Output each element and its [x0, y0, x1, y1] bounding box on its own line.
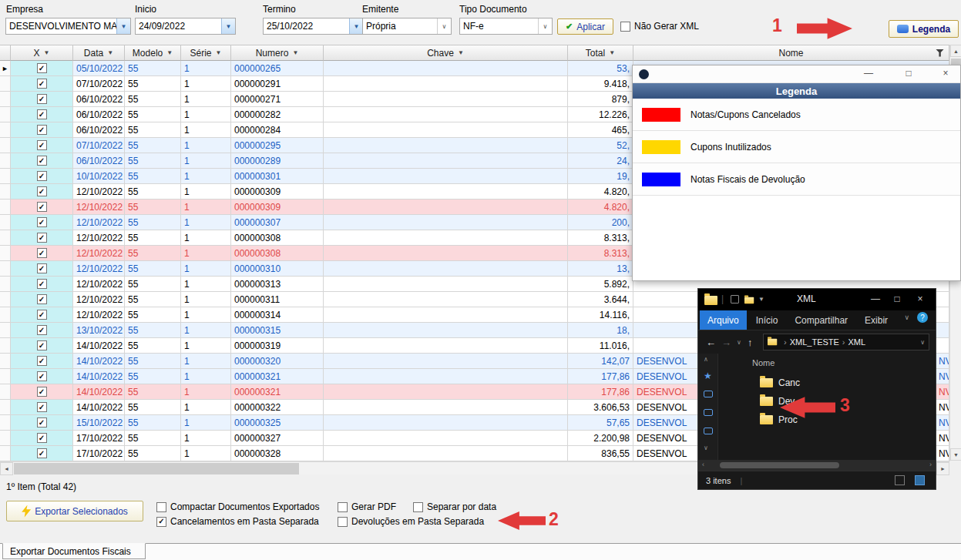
- row-checkbox[interactable]: ✓: [37, 94, 47, 104]
- header-select-all[interactable]: X▼: [11, 45, 73, 61]
- chevron-down-icon[interactable]: ▼: [292, 49, 298, 56]
- row-checkbox[interactable]: ✓: [37, 171, 47, 181]
- row-checkbox[interactable]: ✓: [37, 294, 47, 304]
- folder-item[interactable]: Proc: [718, 411, 936, 429]
- header-modelo[interactable]: Modelo▼: [125, 45, 181, 61]
- row-checkbox[interactable]: ✓: [37, 433, 47, 443]
- separar-por-data-checkbox[interactable]: Separar por data: [413, 501, 496, 512]
- chevron-down-icon[interactable]: ∨: [704, 444, 708, 451]
- row-select-cell[interactable]: ✓: [11, 184, 73, 200]
- row-checkbox[interactable]: ✓: [37, 417, 47, 428]
- scroll-left-icon[interactable]: ◄: [0, 462, 13, 475]
- row-checkbox[interactable]: ✓: [37, 279, 47, 289]
- ribbon-tab-1[interactable]: Início: [748, 310, 786, 330]
- chevron-up-icon[interactable]: ∧: [704, 356, 708, 363]
- row-checkbox[interactable]: ✓: [37, 356, 47, 366]
- exportar-selecionados-button[interactable]: Exportar Selecionados: [6, 501, 143, 521]
- row-select-cell[interactable]: ✓: [11, 261, 73, 277]
- header-numero[interactable]: Numero▼: [231, 45, 324, 61]
- up-icon[interactable]: ↑: [748, 337, 753, 348]
- scroll-left-icon[interactable]: ‹: [702, 461, 704, 468]
- minimize-icon[interactable]: —: [869, 293, 882, 304]
- ribbon-expand-chevron-icon[interactable]: ∨: [904, 314, 909, 321]
- chevron-down-icon[interactable]: ▼: [216, 49, 222, 56]
- scroll-down-icon[interactable]: ▼: [950, 448, 961, 461]
- quick-access-star-icon[interactable]: ★: [704, 371, 712, 381]
- emitente-select[interactable]: Própria ∨: [362, 18, 452, 35]
- row-checkbox[interactable]: ✓: [37, 217, 47, 227]
- tipo-documento-select[interactable]: NF-e ∨: [459, 18, 553, 35]
- row-checkbox[interactable]: ✓: [37, 248, 47, 258]
- chevron-down-icon[interactable]: ▼: [458, 49, 464, 56]
- chevron-down-icon[interactable]: ∨: [437, 18, 451, 34]
- close-icon[interactable]: ×: [914, 293, 926, 304]
- termino-date-picker[interactable]: 25/10/2022 ▼: [263, 18, 364, 35]
- row-select-cell[interactable]: ✓: [11, 61, 73, 76]
- chevron-down-icon[interactable]: ▼: [116, 18, 130, 34]
- row-select-cell[interactable]: ✓: [11, 354, 73, 369]
- large-icons-view-icon[interactable]: [915, 475, 925, 485]
- row-select-cell[interactable]: ✓: [11, 369, 73, 384]
- row-select-cell[interactable]: ✓: [11, 246, 73, 261]
- checkbox-box[interactable]: ✓: [156, 517, 166, 527]
- inicio-date-picker[interactable]: 24/09/2022 ▼: [135, 18, 236, 35]
- header-data[interactable]: Data▼: [73, 45, 125, 61]
- checkbox-box[interactable]: [620, 22, 630, 32]
- ribbon-tab-2[interactable]: Compartilhar: [787, 310, 855, 330]
- row-select-cell[interactable]: ✓: [11, 230, 73, 246]
- checkbox-box[interactable]: [413, 502, 423, 512]
- row-checkbox[interactable]: ✓: [37, 310, 47, 320]
- back-icon[interactable]: ←: [706, 337, 716, 348]
- breadcrumb[interactable]: ›XML_TESTE›XML: [763, 334, 929, 350]
- chevron-down-icon[interactable]: ▼: [166, 49, 173, 56]
- chevron-down-icon[interactable]: ▼: [44, 49, 50, 56]
- row-select-cell[interactable]: ✓: [11, 215, 73, 230]
- row-select-cell[interactable]: ✓: [11, 107, 73, 122]
- row-checkbox[interactable]: ✓: [37, 325, 47, 335]
- row-checkbox[interactable]: ✓: [37, 125, 47, 135]
- maximize-icon[interactable]: □: [902, 68, 916, 79]
- row-checkbox[interactable]: ✓: [37, 79, 47, 89]
- explorer-horizontal-scrollbar[interactable]: ‹ ›: [698, 460, 936, 471]
- header-chave[interactable]: Chave▼: [324, 45, 568, 61]
- properties-icon[interactable]: [731, 295, 739, 303]
- scrollbar-thumb[interactable]: [14, 463, 299, 474]
- network-icon[interactable]: [704, 428, 713, 434]
- row-select-cell[interactable]: ✓: [11, 431, 73, 446]
- row-select-cell[interactable]: ✓: [11, 446, 73, 461]
- header-total[interactable]: Total▼: [568, 45, 633, 61]
- row-checkbox[interactable]: ✓: [37, 186, 47, 196]
- row-checkbox[interactable]: ✓: [37, 63, 47, 73]
- compactar-documentos-checkbox[interactable]: Compactar Documentos Exportados: [156, 501, 319, 512]
- gerar-pdf-checkbox[interactable]: Gerar PDF: [338, 501, 396, 512]
- row-checkbox[interactable]: ✓: [37, 340, 47, 350]
- checkbox-box[interactable]: [338, 502, 348, 512]
- ribbon-tab-3[interactable]: Exibir: [857, 310, 895, 330]
- chevron-down-icon[interactable]: ▼: [221, 18, 235, 34]
- legend-dialog-titlebar[interactable]: — □ ×: [633, 65, 960, 83]
- close-icon[interactable]: ×: [939, 68, 953, 79]
- aplicar-button[interactable]: ✔ Aplicar: [557, 18, 613, 35]
- header-serie[interactable]: Série▼: [181, 45, 231, 61]
- row-select-cell[interactable]: ✓: [11, 384, 73, 400]
- header-nome[interactable]: Nome: [633, 45, 949, 61]
- row-checkbox[interactable]: ✓: [37, 263, 47, 273]
- minimize-icon[interactable]: —: [862, 68, 875, 79]
- chevron-down-icon[interactable]: ∨: [538, 18, 552, 34]
- row-select-cell[interactable]: ✓: [11, 323, 73, 338]
- row-select-cell[interactable]: ✓: [11, 307, 73, 323]
- details-view-icon[interactable]: [895, 475, 905, 485]
- row-checkbox[interactable]: ✓: [37, 387, 47, 397]
- row-select-cell[interactable]: ✓: [11, 400, 73, 415]
- row-select-cell[interactable]: ✓: [11, 338, 73, 354]
- row-checkbox[interactable]: ✓: [37, 202, 47, 212]
- empresa-select[interactable]: DESENVOLVIMENTO MATRI ▼: [5, 18, 131, 35]
- legenda-button[interactable]: Legenda: [889, 20, 959, 38]
- devolucoes-pasta-separada-checkbox[interactable]: Devoluções em Pasta Separada: [338, 516, 484, 527]
- folder-item[interactable]: Canc: [718, 374, 936, 392]
- scroll-right-icon[interactable]: ►: [936, 462, 949, 475]
- row-checkbox[interactable]: ✓: [37, 140, 47, 150]
- row-select-cell[interactable]: ✓: [11, 292, 73, 307]
- row-checkbox[interactable]: ✓: [37, 233, 47, 243]
- row-select-cell[interactable]: ✓: [11, 76, 73, 92]
